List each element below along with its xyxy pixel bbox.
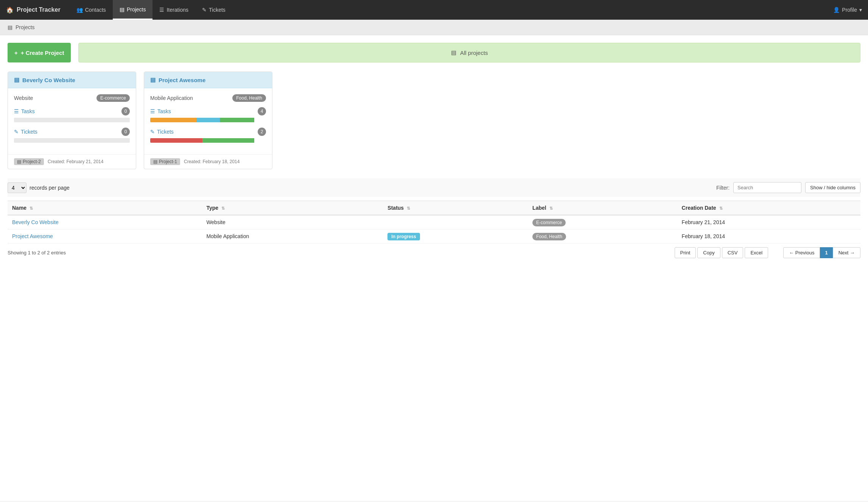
showing-text: Showing 1 to 2 of 2 entries [8,250,66,256]
status-badge-awesome: In progress [387,233,420,240]
col-name[interactable]: Name ⇅ [8,201,202,215]
chevron-down-icon: ▾ [859,7,862,13]
project-cards-row: ▤ Beverly Co Website Website E-commerce … [8,72,860,169]
tasks-link-awesome[interactable]: ☰ Tasks [150,108,171,114]
tickets-link-awesome[interactable]: ✎ Tickets [150,129,174,135]
home-icon: 🏠 [6,6,14,14]
tickets-progress-awesome [150,138,266,143]
main-content: + + Create Project ▤ All projects ▤ Beve… [0,35,868,501]
card-tickets-awesome: ✎ Tickets 2 [150,128,266,143]
excel-button[interactable]: Excel [745,247,768,258]
col-label[interactable]: Label ⇅ [528,201,677,215]
profile-icon: 👤 [833,7,840,13]
col-status[interactable]: Status ⇅ [383,201,528,215]
action-buttons: Print Copy CSV Excel [675,247,768,258]
all-projects-banner[interactable]: ▤ All projects [78,43,860,62]
card-footer-awesome: ▤ Project-1 Created: February 18, 2014 [144,154,272,169]
cell-status-1: In progress [383,229,528,243]
tasks-progress-beverly [14,118,130,122]
tickets-count-awesome: 2 [258,128,266,136]
show-hide-columns-button[interactable]: Show / hide columns [805,182,860,193]
nav-items: 👥 Contacts ▤ Projects ☰ Iterations ✎ Tic… [70,0,834,20]
profile-label: Profile [842,7,857,13]
card-footer-beverly: ▤ Project-2 Created: February 21, 2014 [8,154,136,169]
contacts-icon: 👥 [76,7,83,13]
all-projects-label: All projects [460,50,488,56]
label-badge-beverly: E-commerce [532,219,566,226]
previous-button[interactable]: ← Previous [783,247,820,258]
cell-label-1: Food, Health [528,229,677,243]
create-project-button[interactable]: + + Create Project [8,43,71,62]
sort-icon-type: ⇅ [221,206,225,210]
cell-label-0: E-commerce [528,215,677,229]
card-title-beverly: Beverly Co Website [22,77,75,83]
cell-date-1: February 18, 2014 [677,229,860,243]
brand[interactable]: 🏠 Project Tracker [6,6,61,14]
project-card-beverly: ▤ Beverly Co Website Website E-commerce … [8,72,136,169]
table-footer: Showing 1 to 2 of 2 entries Print Copy C… [8,247,860,258]
page-number-1[interactable]: 1 [820,247,832,258]
project-link-beverly[interactable]: Beverly Co Website [12,219,59,225]
tickets-seg-green [202,138,255,143]
card-body-beverly: Website E-commerce ☰ Tasks 0 [8,88,136,154]
card-id-icon2: ▤ [153,159,157,164]
nav-projects[interactable]: ▤ Projects [113,0,153,20]
tickets-link-beverly[interactable]: ✎ Tickets [14,129,37,135]
card-created-beverly: Created: February 21, 2014 [48,159,103,164]
sort-icon-name: ⇅ [30,206,33,210]
card-title-awesome: Project Awesome [159,77,205,83]
card-type-awesome: Mobile Application [150,95,193,101]
card-meta-beverly: Website E-commerce [14,94,130,102]
card-id-awesome: ▤ Project-1 [150,158,180,165]
tickets-progress-beverly [14,138,130,143]
col-type[interactable]: Type ⇅ [202,201,383,215]
card-body-awesome: Mobile Application Food, Health ☰ Tasks … [144,88,272,154]
table-controls: 4 10 25 records per page Filter: Show / … [8,178,860,197]
tasks-link-beverly[interactable]: ☰ Tasks [14,108,35,114]
copy-button[interactable]: Copy [697,247,720,258]
tickets-seg-red [150,138,202,143]
sort-icon-status: ⇅ [407,206,410,210]
tasks-count-awesome: 4 [258,107,266,115]
profile-menu[interactable]: 👤 Profile ▾ [833,7,862,13]
project-link-awesome[interactable]: Project Awesome [12,233,53,239]
tasks-seg-green [220,118,255,122]
card-tasks-awesome: ☰ Tasks 4 [150,107,266,122]
print-button[interactable]: Print [675,247,696,258]
cell-type-1: Mobile Application [202,229,383,243]
tickets-count-beverly: 0 [121,128,130,136]
tasks-seg-blue [196,118,219,122]
plus-icon: + [14,50,18,56]
card-label-awesome: Food, Health [232,94,266,102]
records-select: 4 10 25 records per page [8,182,70,193]
iterations-icon: ☰ [159,7,164,13]
cell-status-0 [383,215,528,229]
cell-name-1: Project Awesome [8,229,202,243]
next-button[interactable]: Next → [833,247,860,258]
tasks-icon-beverly: ☰ [14,108,19,114]
nav-iterations[interactable]: ☰ Iterations [152,0,195,20]
nav-contacts[interactable]: 👥 Contacts [70,0,113,20]
cell-type-0: Website [202,215,383,229]
card-tickets-beverly: ✎ Tickets 0 [14,128,130,143]
card-type-beverly: Website [14,95,33,101]
card-header-awesome[interactable]: ▤ Project Awesome [144,72,272,88]
card-header-beverly[interactable]: ▤ Beverly Co Website [8,72,136,88]
tasks-seg-orange [150,118,196,122]
records-per-page-select[interactable]: 4 10 25 [8,182,26,193]
tickets-icon-beverly: ✎ [14,129,19,135]
table-icon-card: ▤ [14,76,19,83]
nav-tickets[interactable]: ✎ Tickets [195,0,232,20]
csv-button[interactable]: CSV [722,247,744,258]
tickets-icon: ✎ [202,7,207,13]
col-creation-date[interactable]: Creation Date ⇅ [677,201,860,215]
sort-icon-date: ⇅ [719,206,723,210]
search-input[interactable] [733,182,801,193]
tasks-count-beverly: 0 [121,107,130,115]
table-row: Project Awesome Mobile Application In pr… [8,229,860,243]
card-meta-awesome: Mobile Application Food, Health [150,94,266,102]
records-label: records per page [30,185,70,191]
card-id-icon: ▤ [17,159,21,164]
table-icon: ▤ [451,49,456,56]
table-header-row: Name ⇅ Type ⇅ Status ⇅ Label ⇅ Creation … [8,201,860,215]
